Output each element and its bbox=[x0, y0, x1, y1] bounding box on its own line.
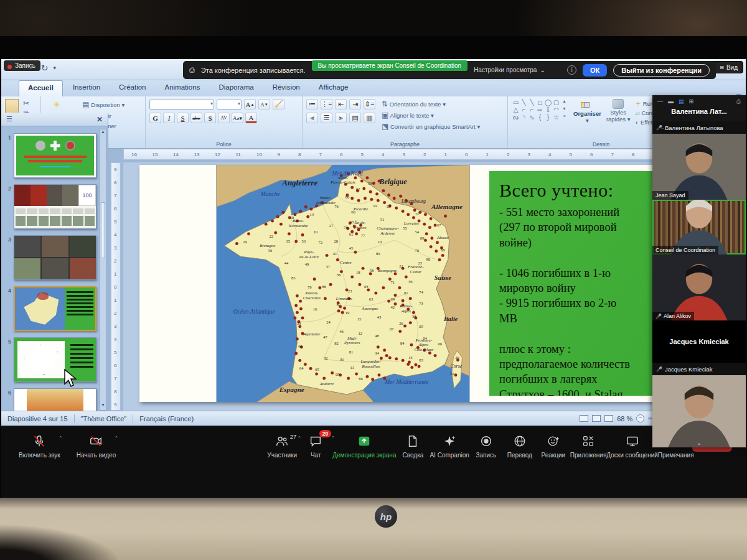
slide-thumbnail-6[interactable]: 6 bbox=[5, 388, 96, 412]
toolbar-чат[interactable]: Чат⌃20 bbox=[299, 434, 332, 459]
department-number: 09 bbox=[336, 372, 339, 376]
toolbar-ai-companion[interactable]: AI Companion bbox=[430, 434, 469, 459]
slide-thumbnail-2[interactable]: 2 100 bbox=[5, 184, 96, 229]
toolbar-реакции[interactable]: Реакции bbox=[537, 434, 570, 459]
shapes-gallery[interactable]: ▭╲╲◻◯▢▲ △⌐⌐⇨⇩◠▼ ᔓ◝∿{}☆≡ bbox=[512, 99, 568, 121]
slide-thumbnail-5[interactable]: 5 bbox=[5, 337, 96, 382]
toolbar-приложения[interactable]: Приложения bbox=[570, 434, 607, 459]
line-spacing-button[interactable]: ⇕≡ bbox=[364, 99, 375, 110]
tab-révision[interactable]: Révision bbox=[264, 80, 309, 96]
toolbar-участники[interactable]: Участники⌃27 bbox=[265, 434, 299, 459]
italic-button[interactable]: I bbox=[163, 113, 175, 123]
cut-icon[interactable]: ✂ bbox=[22, 99, 30, 108]
tab-accueil[interactable]: Accueil bbox=[19, 80, 63, 96]
grid-view-icon[interactable]: ⊞ bbox=[689, 98, 694, 105]
scrollbar-thumb[interactable] bbox=[101, 202, 105, 258]
text-direction-button[interactable]: ⇅ Orientation du texte ▾ bbox=[382, 100, 480, 108]
participant-video-alan-alikov[interactable]: 🎤̶Alan Alikov bbox=[652, 254, 746, 320]
tab-insertion[interactable]: Insertion bbox=[64, 80, 109, 96]
font-color-button[interactable]: A bbox=[245, 113, 257, 123]
sorter-view-icon[interactable] bbox=[592, 415, 601, 422]
align-text-button[interactable]: ▣ Aligner le texte ▾ bbox=[382, 111, 480, 119]
slide-editor: 6259807602600895789177515557548867681050… bbox=[123, 162, 740, 411]
slide-thumbnail-4[interactable]: 4 bbox=[5, 286, 96, 331]
toolbar-начать-видео[interactable]: Начать видео⌃ bbox=[77, 434, 116, 459]
camera-control-icon[interactable]: ⎙ bbox=[736, 98, 741, 105]
bullets-button[interactable]: ≔ bbox=[306, 99, 318, 110]
change-case-button[interactable]: Aa▾ bbox=[232, 113, 243, 123]
current-slide[interactable]: 6259807602600895789177515557548867681050… bbox=[139, 165, 736, 402]
tab-création[interactable]: Création bbox=[110, 80, 154, 96]
chevron-up-icon[interactable]: ⌃ bbox=[59, 436, 63, 441]
speaker-view-icon[interactable]: ▬ bbox=[668, 98, 674, 105]
align-right-button[interactable]: ⫸ bbox=[335, 113, 347, 123]
map-label: Pays- bbox=[304, 250, 314, 254]
toolbar-перевод[interactable]: Перевод bbox=[503, 434, 537, 459]
gallery-view-icon[interactable]: ▤ bbox=[679, 98, 684, 105]
numbering-button[interactable]: ⋮≡ bbox=[321, 99, 332, 110]
tab-affichage[interactable]: Affichage bbox=[310, 80, 357, 96]
font-size-combo[interactable] bbox=[217, 100, 242, 110]
columns-button[interactable]: ▥ bbox=[364, 113, 375, 123]
tab-diaporama[interactable]: Diaporama bbox=[210, 80, 262, 96]
undo-icon[interactable]: ↶ bbox=[29, 63, 36, 73]
language-indicator[interactable]: Français (France) bbox=[139, 415, 194, 422]
grow-font-button[interactable]: A▲ bbox=[244, 99, 256, 110]
slideshow-view-icon[interactable] bbox=[604, 415, 613, 422]
chevron-down-icon[interactable]: ⌄ bbox=[697, 439, 702, 446]
slide-thumbnail-3[interactable]: 3 bbox=[5, 235, 96, 280]
burial-site-dot bbox=[428, 226, 431, 229]
toolbar-демонстрация-экрана[interactable]: Демонстрация экрана bbox=[332, 434, 396, 459]
strikethrough-button[interactable]: abc bbox=[190, 113, 202, 123]
ok-button[interactable]: ОК bbox=[583, 64, 607, 77]
normal-view-icon[interactable] bbox=[580, 415, 588, 422]
toolbar-запись[interactable]: Запись bbox=[469, 434, 503, 459]
close-icon[interactable]: ✕ bbox=[96, 115, 103, 124]
clear-format-button[interactable]: 🧹 bbox=[273, 99, 284, 110]
zoom-out-button[interactable]: − bbox=[636, 414, 644, 422]
participant-video-conseil-de-coordination[interactable]: Conseil de Coordination bbox=[652, 200, 746, 254]
font-name-combo[interactable] bbox=[149, 100, 214, 110]
quick-styles-button[interactable]: Styles rapides ▾ bbox=[606, 99, 631, 123]
info-icon[interactable]: i bbox=[567, 65, 576, 75]
minimize-panel-icon[interactable]: — bbox=[657, 98, 663, 105]
view-mode-button[interactable]: ⊞Вид bbox=[714, 61, 743, 73]
shrink-font-button[interactable]: A▼ bbox=[258, 99, 270, 110]
justify-button[interactable]: ▤ bbox=[349, 113, 361, 123]
shadow-button[interactable]: S bbox=[204, 113, 216, 123]
map-label: Angleterre bbox=[281, 178, 317, 187]
smartart-button[interactable]: ⬔ Convertir en graphique SmartArt ▾ bbox=[382, 122, 480, 131]
view-settings-button[interactable]: Настройки просмотра⌄ bbox=[474, 67, 545, 73]
burial-site-dot bbox=[350, 186, 354, 189]
toolbar-включить-звук[interactable]: Включить звук⌃ bbox=[19, 434, 60, 459]
outline-tab-icon[interactable]: ☰ bbox=[6, 115, 12, 123]
toolbar-сводка[interactable]: Сводка bbox=[396, 434, 430, 459]
department-number: 31 bbox=[340, 357, 344, 362]
indent-button[interactable]: ⇥ bbox=[349, 99, 361, 110]
slide-thumbnail-1[interactable]: 1 bbox=[5, 133, 96, 178]
redo-icon[interactable]: ↻ bbox=[41, 63, 49, 73]
department-number: 56 bbox=[268, 248, 273, 253]
thumbnails-scrollbar[interactable]: ▲ ▼ bbox=[100, 129, 106, 411]
vertical-ruler[interactable]: 9876543210123456789 bbox=[111, 162, 121, 411]
align-center-button[interactable]: ☰ bbox=[321, 113, 332, 123]
arrange-button[interactable]: Organiser ▾ bbox=[573, 99, 601, 124]
participant-video[interactable]: ⌄ bbox=[652, 375, 746, 447]
tab-animations[interactable]: Animations bbox=[156, 80, 209, 96]
participant-video-jacques-kmieciak[interactable]: Jacques Kmieciak bbox=[652, 320, 746, 363]
department-number: 90 bbox=[426, 257, 430, 261]
bold-button[interactable]: G bbox=[149, 113, 161, 123]
toolbar-доски-сообщений[interactable]: Доски сообщений bbox=[606, 434, 658, 459]
participant-video-jean-sayad[interactable]: Jean Sayad bbox=[652, 134, 746, 200]
outdent-button[interactable]: ⇤ bbox=[335, 99, 347, 110]
qat-more-icon[interactable]: ▾ bbox=[53, 65, 56, 71]
leave-conference-button[interactable]: Выйти из конференции bbox=[613, 64, 710, 77]
layout-button[interactable]: ▤ Disposition ▾ bbox=[82, 100, 125, 109]
underline-button[interactable]: S bbox=[177, 113, 189, 123]
chevron-up-icon[interactable]: ⌃ bbox=[115, 436, 119, 441]
burial-site-dot bbox=[369, 273, 372, 276]
map-label: Lorraine bbox=[403, 221, 420, 225]
align-left-button[interactable]: ⫷ bbox=[306, 113, 318, 123]
horizontal-ruler[interactable]: 161514131211109876543210123456789101112 bbox=[123, 149, 740, 160]
char-spacing-button[interactable]: AV bbox=[218, 113, 230, 123]
